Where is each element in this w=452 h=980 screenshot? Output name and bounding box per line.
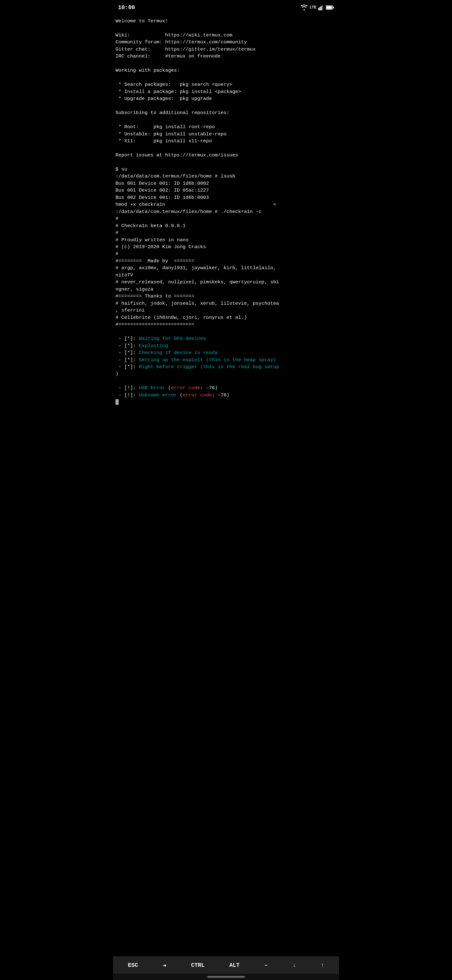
status-time: 10:00: [118, 5, 135, 11]
wifi-icon: [301, 5, 308, 10]
battery-icon: [326, 5, 334, 10]
lte-icon: LTE: [309, 5, 316, 10]
status-bar: 10:00 LTE: [113, 0, 339, 15]
terminal-wrapper: Welcome to Termux! Wiki: https://wiki.te…: [113, 15, 339, 955]
signal-icon: [318, 5, 324, 10]
svg-rect-1: [320, 7, 320, 10]
svg-rect-6: [327, 6, 332, 9]
svg-rect-5: [333, 6, 334, 8]
svg-rect-2: [321, 6, 322, 10]
terminal-content: Welcome to Termux! Wiki: https://wiki.te…: [113, 15, 339, 408]
svg-rect-3: [322, 5, 323, 10]
svg-rect-0: [318, 8, 319, 10]
status-icons: LTE: [301, 5, 334, 10]
